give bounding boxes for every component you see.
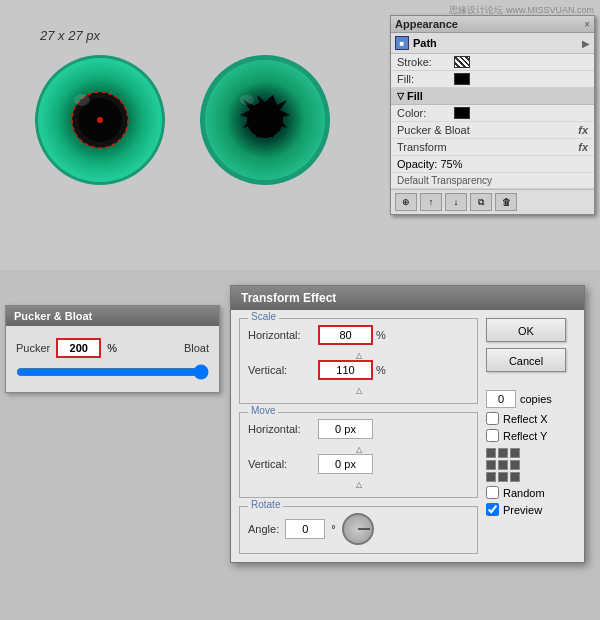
stroke-row: Stroke: (391, 54, 594, 71)
transform-right-panel: OK Cancel copies Reflect X Reflect Y (486, 318, 576, 554)
transform-effect-dialog: Transform Effect Scale Horizontal: % △ V… (230, 285, 585, 563)
scale-v-slider-arrow: △ (248, 386, 469, 395)
pucker-bloat-slider[interactable] (16, 364, 209, 380)
scale-section-title: Scale (248, 311, 279, 322)
grid-cell-2[interactable] (498, 448, 508, 458)
scale-v-row: Vertical: % (248, 360, 469, 380)
move-h-input[interactable] (318, 419, 373, 439)
color-row: Color: (391, 105, 594, 122)
duplicate-btn[interactable]: ⧉ (470, 193, 492, 211)
transform-fx-badge: fx (578, 141, 588, 153)
fill-section-header: Fill (391, 88, 594, 105)
bloat-label: Bloat (184, 342, 209, 354)
default-transparency-label: Default Transparency (397, 175, 492, 186)
scale-h-input[interactable] (318, 325, 373, 345)
move-v-slider-arrow: △ (248, 480, 469, 489)
stroke-swatch[interactable] (454, 56, 470, 68)
fill-label: Fill: (397, 73, 452, 85)
transform-left-panel: Scale Horizontal: % △ Vertical: % △ Move (239, 318, 478, 554)
appearance-titlebar: Appearance × (391, 16, 594, 33)
eye-right-canvas (195, 50, 335, 192)
grid-cell-8[interactable] (498, 472, 508, 482)
reflect-y-checkbox[interactable] (486, 429, 499, 442)
preview-row: Preview (486, 503, 576, 516)
stroke-label: Stroke: (397, 56, 452, 68)
preview-checkbox[interactable] (486, 503, 499, 516)
pucker-left-label: Pucker (16, 342, 50, 354)
grid-cell-9[interactable] (510, 472, 520, 482)
pucker-pct-label: % (107, 342, 117, 354)
scale-h-pct: % (376, 329, 386, 341)
size-label: 27 x 27 px (40, 28, 100, 43)
grid-cell-4[interactable] (486, 460, 496, 470)
scale-v-input[interactable] (318, 360, 373, 380)
add-effect-btn[interactable]: ⊕ (395, 193, 417, 211)
pucker-bloat-row: Pucker & Bloat fx (391, 122, 594, 139)
appearance-close-btn[interactable]: × (584, 19, 590, 30)
transform-row: Transform fx (391, 139, 594, 156)
degree-symbol: ° (331, 523, 335, 535)
grid-cell-7[interactable] (486, 472, 496, 482)
path-label: Path (413, 37, 437, 49)
scroll-indicator: ▶ (582, 38, 590, 49)
svg-point-6 (97, 117, 103, 123)
reflect-y-label: Reflect Y (503, 430, 547, 442)
move-section-title: Move (248, 405, 278, 416)
move-section: Move Horizontal: △ Vertical: △ (239, 412, 478, 498)
appearance-title: Appearance (395, 18, 458, 30)
move-up-btn[interactable]: ↑ (420, 193, 442, 211)
scale-h-label: Horizontal: (248, 329, 318, 341)
reflect-x-label: Reflect X (503, 413, 548, 425)
rotate-section: Rotate Angle: ° (239, 506, 478, 554)
move-h-slider-arrow: △ (248, 445, 469, 454)
grid-icon (486, 448, 576, 482)
pucker-bloat-title: Pucker & Bloat (6, 306, 219, 326)
random-checkbox[interactable] (486, 486, 499, 499)
opacity-label: Opacity: 75% (397, 158, 462, 170)
scale-h-row: Horizontal: % (248, 325, 469, 345)
rotate-row: Angle: ° (248, 513, 469, 545)
angle-dial[interactable] (342, 513, 374, 545)
grid-cell-1[interactable] (486, 448, 496, 458)
color-label: Color: (397, 107, 452, 119)
pucker-value-row: Pucker % Bloat (16, 338, 209, 358)
scale-v-label: Vertical: (248, 364, 318, 376)
reflect-x-row: Reflect X (486, 412, 576, 425)
grid-cell-3[interactable] (510, 448, 520, 458)
pucker-value-input[interactable] (56, 338, 101, 358)
path-icon: ■ (395, 36, 409, 50)
preview-label: Preview (503, 504, 542, 516)
transform-label: Transform (397, 141, 578, 153)
scale-section: Scale Horizontal: % △ Vertical: % △ (239, 318, 478, 404)
eye-left-canvas (30, 50, 170, 192)
move-v-row: Vertical: (248, 454, 469, 474)
svg-point-10 (247, 102, 283, 138)
move-h-label: Horizontal: (248, 423, 318, 435)
cancel-button[interactable]: Cancel (486, 348, 566, 372)
angle-input[interactable] (285, 519, 325, 539)
scale-h-slider-arrow: △ (248, 351, 469, 360)
color-swatch[interactable] (454, 107, 470, 119)
random-row: Random (486, 486, 576, 499)
reflect-x-checkbox[interactable] (486, 412, 499, 425)
fill-swatch[interactable] (454, 73, 470, 85)
svg-point-11 (240, 95, 254, 105)
appearance-panel: Appearance × ■ Path ▶ Stroke: Fill: Fill… (390, 15, 595, 215)
delete-btn[interactable]: 🗑 (495, 193, 517, 211)
opacity-row: Opacity: 75% (391, 156, 594, 173)
grid-cell-6[interactable] (510, 460, 520, 470)
move-v-label: Vertical: (248, 458, 318, 470)
ok-button[interactable]: OK (486, 318, 566, 342)
appearance-toolbar: ⊕ ↑ ↓ ⧉ 🗑 (391, 189, 594, 214)
appearance-path-row: ■ Path ▶ (391, 33, 594, 54)
rotate-section-title: Rotate (248, 499, 283, 510)
copies-row: copies (486, 390, 576, 408)
move-down-btn[interactable]: ↓ (445, 193, 467, 211)
random-label: Random (503, 487, 545, 499)
move-v-input[interactable] (318, 454, 373, 474)
angle-label: Angle: (248, 523, 279, 535)
copies-input[interactable] (486, 390, 516, 408)
move-h-row: Horizontal: (248, 419, 469, 439)
pucker-bloat-label: Pucker & Bloat (397, 124, 578, 136)
grid-cell-5[interactable] (498, 460, 508, 470)
